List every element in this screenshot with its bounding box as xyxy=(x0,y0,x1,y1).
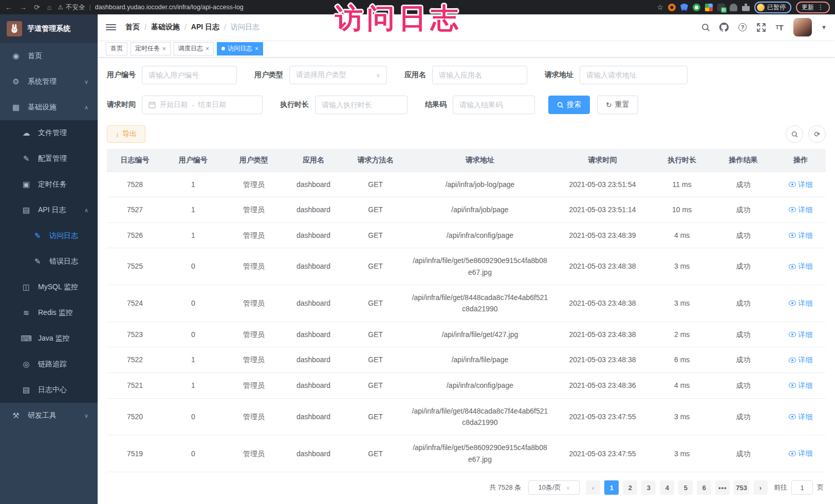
bookmark-star-icon[interactable]: ☆ xyxy=(657,3,663,11)
profile-paused-chip[interactable]: 已暂停 xyxy=(754,2,791,13)
sidebar-item-log-center[interactable]: ▤日志中心 xyxy=(0,377,98,403)
tab-调度日志[interactable]: 调度日志× xyxy=(174,42,214,55)
page-button-5[interactable]: 5 xyxy=(678,480,693,495)
detail-link[interactable]: 详细 xyxy=(789,260,812,272)
sidebar-item-access-log[interactable]: ✎访问日志 xyxy=(0,223,98,249)
detail-link[interactable]: 详细 xyxy=(789,179,812,190)
cell-method: GET xyxy=(343,285,408,322)
app-logo[interactable]: 芋道管理系统 xyxy=(0,14,98,43)
prev-page-button[interactable]: ‹ xyxy=(586,480,600,495)
address-bar[interactable]: ⚠ 不安全 | dashboard.yudao.iocoder.cn/infra… xyxy=(58,3,651,12)
extensions-puzzle-icon[interactable] xyxy=(742,4,750,11)
browser-forward-icon[interactable]: → xyxy=(20,3,27,11)
export-button[interactable]: ↓ 导出 xyxy=(107,125,145,143)
cell-user_type: 管理员 xyxy=(224,285,284,322)
fullscreen-icon[interactable] xyxy=(756,23,766,32)
sidebar-item-scheduled-tasks[interactable]: ▣定时任务 xyxy=(0,172,98,197)
search-icon[interactable] xyxy=(701,23,710,32)
close-icon[interactable]: × xyxy=(206,45,209,52)
browser-back-icon[interactable]: ← xyxy=(5,3,12,11)
sidebar-item-config-management[interactable]: ✎配置管理 xyxy=(0,146,98,172)
browser-menu-icon[interactable]: ⋮ xyxy=(818,4,824,11)
security-warning[interactable]: ⚠ 不安全 xyxy=(58,3,85,12)
cell-id: 7523 xyxy=(107,322,163,347)
close-icon[interactable]: × xyxy=(162,45,166,52)
user-type-select[interactable]: 请选择用户类型 ∨ xyxy=(289,66,387,84)
more-pages-button[interactable]: ••• xyxy=(715,480,730,495)
page-button-1[interactable]: 1 xyxy=(604,480,619,495)
sidebar-item-system-management[interactable]: ⚙系统管理∨ xyxy=(0,69,98,95)
page-button-3[interactable]: 3 xyxy=(641,480,656,495)
extension-green-icon[interactable] xyxy=(693,4,700,11)
page-button-753[interactable]: 753 xyxy=(734,480,749,495)
next-page-button[interactable]: › xyxy=(753,480,768,495)
tab-访问日志[interactable]: 访问日志× xyxy=(217,42,263,55)
detail-link[interactable]: 详细 xyxy=(789,297,812,309)
app-name-input[interactable] xyxy=(432,66,527,84)
user-avatar[interactable] xyxy=(793,18,812,36)
sidebar-item-api-log[interactable]: ▤API 日志∧ xyxy=(0,197,98,223)
chevron-down-icon[interactable]: ▼ xyxy=(821,24,827,30)
log-center-icon: ▤ xyxy=(21,385,32,395)
help-icon[interactable]: ? xyxy=(738,23,747,32)
security-warning-label: 不安全 xyxy=(66,3,85,12)
tab-定时任务[interactable]: 定时任务× xyxy=(131,42,171,55)
sidebar-item-error-log[interactable]: ✎错误日志 xyxy=(0,249,98,274)
detail-link[interactable]: 详细 xyxy=(789,354,812,365)
user-id-input[interactable] xyxy=(142,66,237,84)
page-size-select[interactable]: 10条/页 ∨ xyxy=(528,480,580,495)
page-button-4[interactable]: 4 xyxy=(660,480,674,495)
sidebar-item-mysql-monitor[interactable]: ◫MySQL 监控 xyxy=(0,274,98,300)
request-time-range-picker[interactable]: 开始日期 - 结束日期 xyxy=(142,96,263,114)
sidebar-item-infrastructure[interactable]: ▦基础设施∧ xyxy=(0,95,98,120)
redis-monitor-icon: ≋ xyxy=(21,308,32,318)
extension-grid-icon[interactable] xyxy=(705,4,713,11)
tab-首页[interactable]: 首页 xyxy=(106,42,127,55)
extension-ghost-icon[interactable] xyxy=(730,4,737,11)
top-navbar: 首页/基础设施/API 日志/访问日志 ? TT ▼ xyxy=(98,14,835,40)
sidebar-item-file-management[interactable]: ☁文件管理 xyxy=(0,120,98,146)
cell-time: 2021-05-03 23:48:39 xyxy=(552,222,653,248)
edit-icon: ✎ xyxy=(32,231,43,240)
search-button[interactable]: 搜索 xyxy=(548,96,590,114)
sidebar-item-dev-tools[interactable]: ⚒研发工具∨ xyxy=(0,403,98,428)
table-header-row: 日志编号用户编号用户类型应用名请求方法名请求地址请求时间执行时长操作结果操作 xyxy=(107,149,826,172)
github-icon[interactable] xyxy=(719,23,729,32)
detail-link[interactable]: 详细 xyxy=(789,230,812,241)
cell-actions: 详细 xyxy=(776,322,826,347)
sidebar-item-java-monitor[interactable]: ⌨Java 监控 xyxy=(0,326,98,351)
sidebar-item-home[interactable]: ◉首页 xyxy=(0,43,98,69)
close-icon[interactable]: × xyxy=(255,45,258,52)
breadcrumb-item[interactable]: API 日志 xyxy=(191,23,219,32)
detail-link[interactable]: 详细 xyxy=(789,411,812,422)
profile-avatar-icon xyxy=(757,4,765,11)
hamburger-icon[interactable] xyxy=(106,22,116,32)
eye-icon xyxy=(789,182,796,187)
extension-shield-icon[interactable] xyxy=(680,4,688,11)
toggle-search-button[interactable] xyxy=(786,125,803,143)
reset-button[interactable]: ↻ 重置 xyxy=(597,96,638,114)
browser-update-button[interactable]: 更新 ⋮ xyxy=(796,2,830,13)
browser-reload-icon[interactable]: ⟳ xyxy=(34,3,40,11)
detail-link[interactable]: 详细 xyxy=(789,329,812,340)
breadcrumb-item[interactable]: 基础设施 xyxy=(151,23,180,32)
detail-link[interactable]: 详细 xyxy=(789,204,812,215)
page-button-6[interactable]: 6 xyxy=(697,480,711,495)
request-url-input[interactable] xyxy=(580,66,688,84)
sidebar-item-trace[interactable]: ◎链路追踪 xyxy=(0,351,98,377)
font-size-icon[interactable]: TT xyxy=(775,23,784,32)
page-button-2[interactable]: 2 xyxy=(623,480,637,495)
refresh-table-button[interactable]: ⟳ xyxy=(808,125,826,143)
rabbit-logo-icon xyxy=(7,21,22,36)
extension-orange-icon[interactable] xyxy=(668,4,676,11)
detail-link[interactable]: 详细 xyxy=(789,447,812,459)
browser-home-icon[interactable]: ⌂ xyxy=(47,3,51,11)
extension-translate-icon[interactable] xyxy=(717,4,725,11)
detail-link[interactable]: 详细 xyxy=(789,380,812,391)
result-code-input[interactable] xyxy=(453,96,535,114)
goto-page-input[interactable] xyxy=(791,480,813,495)
breadcrumb-item[interactable]: 首页 xyxy=(125,23,140,32)
sidebar-item-redis-monitor[interactable]: ≋Redis 监控 xyxy=(0,300,98,326)
duration-input[interactable] xyxy=(315,96,407,114)
cell-user_type: 管理员 xyxy=(224,172,284,197)
